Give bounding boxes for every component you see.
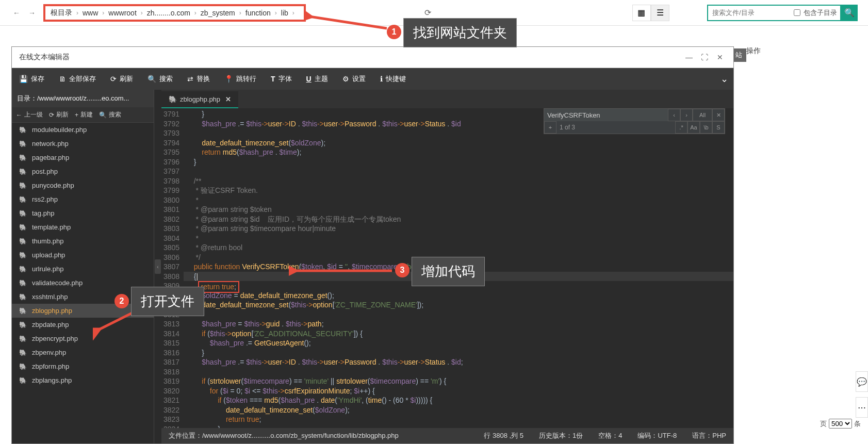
tree-file-item[interactable]: 🐘zbpform.php bbox=[12, 359, 154, 373]
breadcrumb-item[interactable]: lib bbox=[281, 9, 288, 17]
breadcrumb-item[interactable]: zh........o.com bbox=[147, 9, 190, 17]
close-icon[interactable]: ✕ bbox=[714, 51, 726, 63]
find-input[interactable] bbox=[544, 109, 668, 121]
refresh-icon: ⟳ bbox=[110, 75, 117, 83]
tree-file-item[interactable]: 🐘rss2.php bbox=[12, 192, 154, 206]
maximize-icon[interactable]: ⛶ bbox=[698, 51, 711, 63]
tree-file-item[interactable]: 🐘tag.php bbox=[12, 206, 154, 220]
status-encoding[interactable]: 编码：UTF-8 bbox=[637, 431, 677, 440]
tree-file-item[interactable]: 🐘upload.php bbox=[12, 248, 154, 262]
pager-suffix: 条 bbox=[854, 419, 861, 429]
status-lang[interactable]: 语言：PHP bbox=[692, 431, 726, 440]
refresh-icon[interactable]: ⟳ bbox=[424, 8, 431, 18]
word-button[interactable]: \b bbox=[700, 121, 712, 134]
php-file-icon: 🐘 bbox=[19, 377, 27, 384]
pager: 页 500 条 bbox=[820, 419, 861, 429]
include-subdir-checkbox[interactable] bbox=[794, 9, 800, 16]
minimize-icon[interactable]: — bbox=[683, 51, 695, 63]
nav-forward-icon[interactable]: → bbox=[26, 7, 38, 19]
php-file-icon: 🐘 bbox=[19, 126, 27, 134]
theme-button[interactable]: U主题 bbox=[299, 68, 335, 90]
tree-file-item[interactable]: 🐘thumb.php bbox=[12, 234, 154, 248]
case-button[interactable]: Aa bbox=[687, 121, 700, 134]
settings-button[interactable]: ⚙设置 bbox=[335, 68, 373, 90]
s-button[interactable]: S bbox=[712, 121, 725, 134]
tree-search-button[interactable]: 🔍搜索 bbox=[99, 110, 121, 119]
up-icon: ← bbox=[16, 111, 22, 119]
expand-button[interactable]: + bbox=[544, 121, 556, 134]
find-prev-button[interactable]: ‹ bbox=[668, 109, 680, 121]
anno-badge-1: 1 bbox=[387, 25, 401, 39]
php-file-icon: 🐘 bbox=[19, 238, 27, 245]
refresh-icon: ⟳ bbox=[49, 111, 54, 119]
code-tab[interactable]: 🐘 zblogphp.php ✕ bbox=[161, 91, 238, 108]
find-next-button[interactable]: › bbox=[680, 109, 693, 121]
php-file-icon: 🐘 bbox=[19, 140, 27, 147]
right-pane: 站 操作 bbox=[739, 41, 868, 61]
list-view-button[interactable]: ☰ bbox=[651, 5, 669, 21]
breadcrumb-item[interactable]: wwwroot bbox=[108, 9, 136, 17]
breadcrumb-item[interactable]: zb_system bbox=[201, 9, 235, 17]
tab-label: zblogphp.php bbox=[180, 95, 220, 103]
find-close-button[interactable]: ✕ bbox=[712, 109, 725, 121]
breadcrumb-item[interactable]: 根目录 bbox=[51, 8, 72, 18]
edge-widget-2[interactable]: ⋯ bbox=[856, 397, 868, 418]
php-file-icon: 🐘 bbox=[19, 252, 27, 259]
tree-file-item[interactable]: 🐘zbplangs.php bbox=[12, 373, 154, 387]
find-all-button[interactable]: All bbox=[693, 109, 712, 121]
status-history[interactable]: 历史版本：1份 bbox=[539, 431, 583, 440]
tree-file-item[interactable]: 🐘punycode.php bbox=[12, 178, 154, 192]
pager-select[interactable]: 500 bbox=[829, 419, 852, 429]
chevron-right-icon: › bbox=[141, 9, 143, 17]
php-file-icon: 🐘 bbox=[19, 349, 27, 356]
php-file-icon: 🐘 bbox=[19, 279, 27, 287]
replace-button[interactable]: ⇄替换 bbox=[180, 68, 217, 90]
modal-title: 在线文本编辑器 bbox=[19, 53, 70, 62]
goto-icon: 📍 bbox=[224, 75, 233, 83]
search-widget: ‹ › All ✕ + 1 of 3 .* Aa \b S bbox=[544, 108, 725, 134]
font-button[interactable]: T字体 bbox=[264, 68, 299, 90]
search-button[interactable]: 🔍搜索 bbox=[140, 68, 180, 90]
status-path: 文件位置：/www/wwwroot/z..........o.com/zb_sy… bbox=[169, 431, 468, 440]
goto-button[interactable]: 📍跳转行 bbox=[217, 68, 264, 90]
save-icon: 💾 bbox=[19, 75, 28, 83]
tree-file-item[interactable]: 🐘template.php bbox=[12, 220, 154, 234]
save-all-icon: 🗎 bbox=[59, 75, 66, 83]
save-button[interactable]: 💾保存 bbox=[12, 68, 52, 90]
search-button[interactable]: 🔍 bbox=[841, 5, 858, 21]
anno-badge-3: 3 bbox=[395, 263, 410, 277]
tree-file-item[interactable]: 🐘modulebuilder.php bbox=[12, 123, 154, 137]
refresh-button[interactable]: ⟳刷新 bbox=[103, 68, 140, 90]
tree-new-button[interactable]: +新建 bbox=[75, 110, 93, 119]
status-spaces[interactable]: 空格：4 bbox=[598, 431, 622, 440]
edge-widget-1[interactable]: 💬 bbox=[856, 371, 868, 392]
tab-bar: 🐘 zblogphp.php ✕ bbox=[161, 90, 733, 108]
breadcrumb-item[interactable]: function bbox=[245, 9, 271, 17]
close-icon[interactable]: ✕ bbox=[225, 95, 231, 103]
tree-file-item[interactable]: 🐘zbpdate.php bbox=[12, 318, 154, 332]
tree-file-item[interactable]: 🐘urlrule.php bbox=[12, 262, 154, 276]
breadcrumb-item[interactable]: www bbox=[83, 9, 98, 17]
font-icon: T bbox=[271, 75, 275, 83]
tree-file-item[interactable]: 🐘pagebar.php bbox=[12, 151, 154, 165]
chevron-right-icon: › bbox=[275, 9, 277, 17]
php-file-icon: 🐘 bbox=[19, 307, 27, 315]
shortcuts-button[interactable]: ℹ快捷键 bbox=[373, 68, 413, 90]
tree-refresh-button[interactable]: ⟳刷新 bbox=[49, 110, 69, 119]
nav-back-icon[interactable]: ← bbox=[10, 7, 23, 19]
tree-file-item[interactable]: 🐘post.php bbox=[12, 165, 154, 178]
chevron-down-icon[interactable]: ⌄ bbox=[720, 73, 728, 85]
regex-button[interactable]: .* bbox=[675, 121, 687, 134]
tree-file-item[interactable]: 🐘zbpencrypt.php bbox=[12, 332, 154, 346]
tree-file-item[interactable]: 🐘network.php bbox=[12, 137, 154, 151]
search-icon: 🔍 bbox=[99, 111, 107, 119]
gear-icon: ⚙ bbox=[342, 75, 349, 83]
modal-title-bar: 在线文本编辑器 — ⛶ ✕ bbox=[12, 47, 733, 68]
splitter[interactable]: ‹ bbox=[154, 90, 161, 443]
save-all-button[interactable]: 🗎全部保存 bbox=[52, 68, 103, 90]
status-cursor: 行 3808 ,列 5 bbox=[484, 431, 523, 440]
tree-file-item[interactable]: 🐘zbpenv.php bbox=[12, 346, 154, 359]
grid-view-button[interactable]: ▦ bbox=[632, 5, 651, 21]
tree-up-button[interactable]: ←上一级 bbox=[16, 110, 43, 119]
search-input[interactable] bbox=[708, 7, 791, 19]
